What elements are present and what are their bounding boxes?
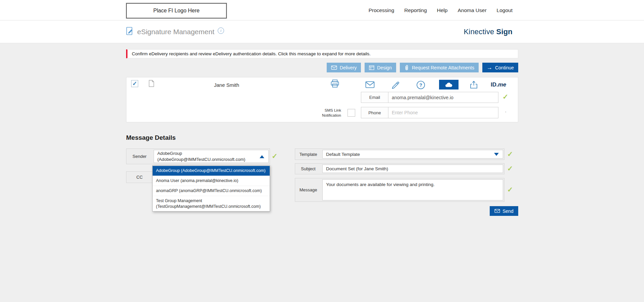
message-details-heading: Message Details	[126, 134, 176, 141]
sender-field: Sender AdobeGroup (AdobeGroup@IMMTestCU.…	[126, 148, 270, 164]
email-label: Email	[361, 92, 388, 103]
sender-option[interactable]: anomaGRP (anomaGRP@IMMTestCU.onmicrosoft…	[153, 186, 270, 196]
subject-value[interactable]: Document Set (for Jane Smith)	[322, 165, 503, 173]
paperclip-icon	[404, 65, 409, 71]
svg-text:?: ?	[419, 82, 422, 88]
page-title-group: eSignature Management i	[126, 20, 224, 43]
sms-link-notification-label: SMS Link Notification	[320, 108, 341, 118]
esignature-document-icon	[126, 27, 134, 37]
chevron-down-icon[interactable]	[494, 153, 499, 156]
recipient-select-checkbox[interactable]: ✓	[131, 80, 138, 87]
email-auth-icon[interactable]	[365, 81, 375, 90]
top-nav-bar: Place FI Logo Here Processing Reporting …	[0, 0, 644, 20]
checkmark-icon: ✓	[132, 81, 137, 86]
page-title: eSignature Management	[137, 28, 214, 36]
continue-label: Continue	[495, 65, 514, 70]
edelivery-alert-banner[interactable]: Confirm eDelivery recipients and review …	[126, 49, 518, 58]
phone-field-row: Phone	[361, 107, 498, 118]
continue-button[interactable]: → Continue	[482, 63, 518, 72]
email-valid-check-icon: ✓	[502, 93, 508, 100]
brand-kinective-sign: Kinective Sign	[464, 20, 513, 43]
nav-item[interactable]: Logout	[497, 7, 513, 13]
remote-attachment-auth-icon[interactable]	[469, 80, 478, 90]
nav-item[interactable]: Reporting	[404, 7, 427, 13]
send-envelope-icon	[494, 208, 500, 214]
nav-item[interactable]: Help	[437, 7, 448, 13]
message-label: Message	[295, 178, 321, 201]
brand-second: Sign	[496, 27, 513, 36]
design-label: Design	[377, 65, 392, 70]
request-remote-attachments-label: Request Remote Attachments	[412, 65, 474, 70]
document-icon	[149, 80, 154, 88]
sms-notification-checkbox[interactable]	[347, 109, 355, 117]
design-button[interactable]: Design	[365, 63, 396, 72]
template-field: Template Default Template	[295, 148, 504, 160]
info-icon[interactable]: i	[218, 27, 224, 34]
app-screen: Place FI Logo Here Processing Reporting …	[0, 0, 644, 302]
request-remote-attachments-button[interactable]: Request Remote Attachments	[400, 63, 479, 72]
idme-auth-icon[interactable]: ID.me	[491, 81, 506, 88]
template-valid-check-icon: ✓	[507, 150, 513, 158]
email-field-row: Email	[361, 92, 498, 103]
brand-first: Kinective	[464, 27, 494, 36]
sender-option[interactable]: Test Group Management (TestGroupManageme…	[153, 196, 270, 212]
sender-option[interactable]: AdobeGroup (AdobeGroup@IMMTestCU.onmicro…	[153, 166, 270, 176]
chevron-up-icon[interactable]	[260, 155, 264, 158]
message-value[interactable]: Your documents are available for viewing…	[322, 179, 503, 200]
template-value[interactable]: Default Template	[322, 150, 503, 159]
cloud-auth-icon-selected[interactable]	[439, 80, 459, 89]
message-field: Message Your documents are available for…	[295, 178, 504, 202]
action-toolbar: Delivery Design Request Remote Attachmen…	[126, 63, 518, 72]
recipient-name: Jane Smith	[214, 82, 239, 88]
phone-status-indicator: ·	[505, 109, 506, 115]
email-input[interactable]	[388, 92, 498, 103]
nav-item[interactable]: Anoma User	[458, 7, 486, 13]
app-header: eSignature Management i Kinective Sign	[0, 20, 644, 43]
arrow-right-icon: →	[487, 65, 492, 70]
delivery-button[interactable]: Delivery	[327, 63, 361, 72]
nav-item[interactable]: Processing	[369, 7, 394, 13]
alert-text: Confirm eDelivery recipients and review …	[132, 51, 371, 56]
fi-logo-text: Place FI Logo Here	[153, 8, 200, 14]
sender-dropdown: AdobeGroup (AdobeGroup@IMMTestCU.onmicro…	[152, 165, 270, 212]
sender-label: Sender	[126, 149, 153, 164]
design-layout-icon	[369, 65, 374, 70]
sender-valid-check-icon: ✓	[272, 153, 278, 160]
fi-logo-placeholder: Place FI Logo Here	[126, 3, 227, 18]
template-label: Template	[295, 149, 321, 160]
security-question-auth-icon[interactable]: ?	[416, 80, 425, 91]
sender-value[interactable]: AdobeGroup (AdobeGroup@IMMTestCU.onmicro…	[154, 150, 269, 163]
phone-input[interactable]	[388, 107, 498, 118]
message-valid-check-icon: ✓	[507, 186, 513, 193]
envelope-icon	[331, 65, 337, 70]
print-icon[interactable]	[330, 79, 339, 89]
sender-option[interactable]: Anoma User (anoma.premalal@kinective.io)	[153, 176, 270, 186]
cc-label: CC	[126, 172, 153, 183]
subject-label: Subject	[295, 164, 321, 174]
send-label: Send	[502, 208, 514, 214]
subject-valid-check-icon: ✓	[507, 165, 513, 172]
subject-field: Subject Document Set (for Jane Smith)	[295, 163, 504, 174]
signature-auth-icon[interactable]	[391, 80, 400, 90]
idme-id-text: ID.	[491, 81, 498, 88]
phone-label: Phone	[361, 107, 388, 118]
idme-me-text: me	[498, 81, 506, 88]
delivery-label: Delivery	[340, 65, 357, 70]
send-button[interactable]: Send	[490, 206, 518, 216]
top-nav-menu: Processing Reporting Help Anoma User Log…	[369, 0, 513, 20]
recipient-card: ✓ Jane Smith	[126, 77, 518, 122]
